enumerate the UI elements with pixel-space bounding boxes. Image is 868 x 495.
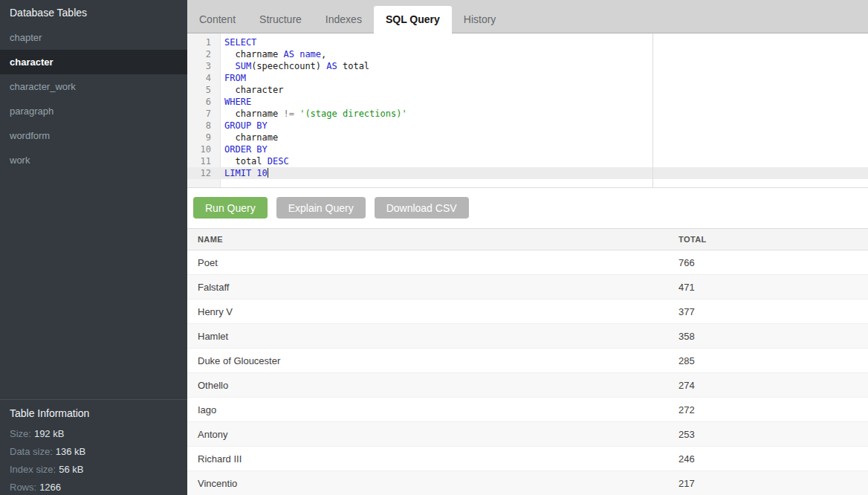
stat-value: 1266 — [39, 482, 61, 493]
stat-label: Data size: — [10, 446, 53, 457]
tab-structure[interactable]: Structure — [247, 6, 314, 33]
result-row: Vincentio217 — [187, 471, 868, 495]
tab-indexes[interactable]: Indexes — [314, 6, 374, 33]
result-total-cell: 471 — [678, 282, 868, 293]
table-info-stat: Index size:56 kB — [10, 464, 178, 476]
line-code: charname != '(stage directions)' — [211, 108, 407, 120]
run-query-button[interactable]: Run Query — [193, 197, 268, 219]
line-number: 10 — [187, 143, 211, 155]
line-code: SUM(speechcount) AS total — [211, 60, 369, 72]
stat-value: 56 kB — [59, 464, 83, 475]
line-number: 1 — [187, 36, 211, 48]
result-row: Othello274 — [187, 373, 868, 398]
line-number: 7 — [187, 108, 211, 120]
result-row: Duke of Gloucester285 — [187, 349, 868, 373]
result-total-cell: 274 — [678, 380, 868, 391]
result-name-cell: Antony — [187, 429, 678, 440]
sidebar-item-work[interactable]: work — [0, 148, 187, 172]
line-number: 6 — [187, 96, 211, 108]
sidebar-item-chapter[interactable]: chapter — [0, 25, 187, 50]
editor-line-1: 1SELECT — [187, 36, 868, 48]
result-total-cell: 358 — [678, 331, 868, 342]
table-info-title: Table Information — [10, 406, 178, 421]
table-info-stat: Data size:136 kB — [10, 446, 178, 458]
tab-history[interactable]: History — [452, 6, 508, 33]
result-name-cell: Henry V — [187, 306, 678, 317]
line-code: WHERE — [211, 96, 251, 108]
text-cursor — [268, 168, 268, 178]
tab-bar: ContentStructureIndexesSQL QueryHistory — [187, 0, 868, 33]
table-info-stats: Size:192 kBData size:136 kBIndex size:56… — [10, 428, 178, 494]
result-total-cell: 217 — [678, 478, 868, 489]
download-csv-button[interactable]: Download CSV — [375, 197, 469, 219]
line-number: 5 — [187, 84, 211, 96]
editor-line-5: 5 character — [187, 84, 868, 96]
results-header: NAMETOTAL — [187, 228, 868, 250]
explain-query-button[interactable]: Explain Query — [276, 197, 366, 219]
table-info-stat: Size:192 kB — [10, 428, 178, 440]
editor-line-11: 11 total DESC — [187, 155, 868, 167]
sidebar: Database Tables chaptercharactercharacte… — [0, 0, 187, 495]
line-number: 11 — [187, 155, 211, 167]
line-code: charname — [211, 132, 278, 143]
line-number: 2 — [187, 48, 211, 60]
result-total-cell: 272 — [678, 404, 868, 415]
result-row: Richard III246 — [187, 447, 868, 471]
result-name-cell: Poet — [187, 257, 678, 268]
sidebar-item-character[interactable]: character — [0, 50, 187, 74]
editor-line-9: 9 charname — [187, 132, 868, 143]
line-code: SELECT — [211, 36, 256, 48]
stat-label: Index size: — [10, 464, 56, 475]
tab-content[interactable]: Content — [187, 6, 247, 33]
result-total-cell: 377 — [678, 306, 868, 317]
stat-label: Size: — [10, 428, 31, 439]
result-name-cell: Vincentio — [187, 478, 678, 489]
column-header-name: NAME — [187, 235, 678, 244]
query-actions: Run Query Explain Query Download CSV — [187, 188, 868, 228]
line-code: character — [211, 84, 283, 96]
line-number: 12 — [187, 167, 211, 179]
result-row: Antony253 — [187, 422, 868, 447]
result-total-cell: 766 — [678, 257, 868, 268]
editor-line-2: 2 charname AS name, — [187, 48, 868, 60]
result-total-cell: 253 — [678, 429, 868, 440]
result-row: Poet766 — [187, 250, 868, 275]
result-row: Falstaff471 — [187, 275, 868, 300]
sql-editor[interactable]: 1SELECT2 charname AS name,3 SUM(speechco… — [187, 33, 868, 188]
stat-value: 192 kB — [34, 428, 64, 439]
result-row: Iago272 — [187, 398, 868, 422]
results-body: Poet766Falstaff471Henry V377Hamlet358Duk… — [187, 250, 868, 495]
app-window: Database Tables chaptercharactercharacte… — [0, 0, 868, 495]
line-code: total DESC — [211, 155, 289, 167]
line-number: 4 — [187, 72, 211, 84]
sidebar-item-wordform[interactable]: wordform — [0, 123, 187, 148]
sidebar-item-paragraph[interactable]: paragraph — [0, 99, 187, 123]
line-code: ORDER BY — [211, 143, 268, 155]
result-name-cell: Iago — [187, 404, 678, 415]
table-info-panel: Table Information Size:192 kBData size:1… — [0, 399, 187, 495]
results-table: NAMETOTAL Poet766Falstaff471Henry V377Ha… — [187, 228, 868, 495]
code-lines: 1SELECT2 charname AS name,3 SUM(speechco… — [187, 36, 868, 179]
editor-line-8: 8GROUP BY — [187, 120, 868, 132]
editor-line-6: 6WHERE — [187, 96, 868, 108]
result-name-cell: Othello — [187, 380, 678, 391]
editor-line-3: 3 SUM(speechcount) AS total — [187, 60, 868, 72]
tab-sql-query[interactable]: SQL Query — [374, 6, 452, 33]
result-name-cell: Hamlet — [187, 331, 678, 342]
editor-line-4: 4FROM — [187, 72, 868, 84]
table-info-stat: Rows:1266 — [10, 482, 178, 494]
line-code: GROUP BY — [211, 120, 268, 132]
line-code: FROM — [211, 72, 246, 84]
result-name-cell: Duke of Gloucester — [187, 355, 678, 366]
result-row: Hamlet358 — [187, 324, 868, 349]
line-number: 9 — [187, 132, 211, 143]
line-code: LIMIT 10 — [211, 167, 268, 179]
stat-value: 136 kB — [56, 446, 85, 457]
editor-line-12: 12LIMIT 10 — [187, 167, 868, 179]
main-panel: ContentStructureIndexesSQL QueryHistory … — [187, 0, 868, 495]
line-code: charname AS name, — [211, 48, 326, 60]
sidebar-item-character_work[interactable]: character_work — [0, 74, 187, 99]
line-number: 3 — [187, 60, 211, 72]
result-name-cell: Richard III — [187, 453, 678, 465]
result-total-cell: 285 — [678, 355, 868, 366]
